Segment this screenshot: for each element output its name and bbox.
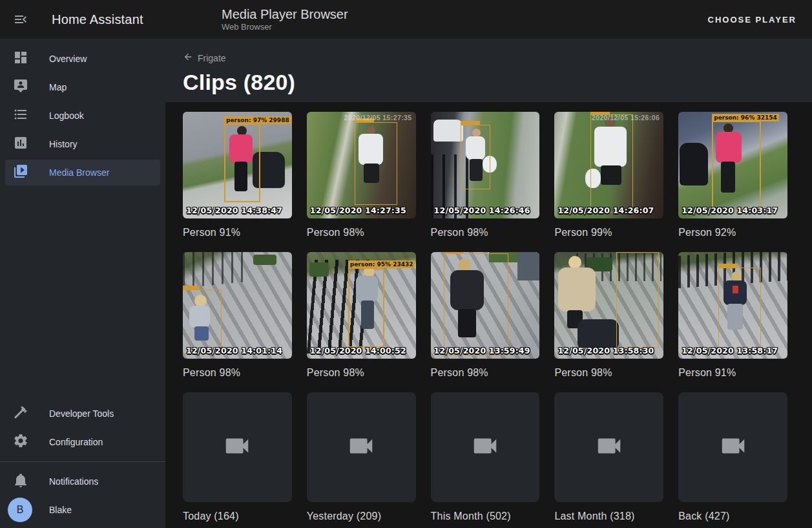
play-box-multiple-icon [13, 164, 28, 182]
sidebar-item-logbook[interactable]: Logbook [5, 103, 160, 129]
detection-label: person: 96% 32154 [712, 114, 779, 121]
menu-open-icon [13, 19, 28, 29]
breadcrumb[interactable]: Frigate [183, 52, 226, 64]
video-camera-icon [594, 431, 624, 463]
camera-timestamp-overlay: 2020/12/05 15:27:35 [344, 114, 411, 121]
media-grid: person: 97% 29988 12/05/2020 14:38:47 Pe… [183, 112, 787, 522]
clip-caption: Person 98% [431, 227, 540, 238]
timestamp-overlay: 12/05/2020 13:58:30 [557, 346, 654, 355]
folder-caption: This Month (502) [431, 511, 540, 522]
clip-thumbnail[interactable]: 12/05/2020 14:01:14 [183, 252, 292, 359]
video-camera-icon [718, 431, 748, 463]
sidebar-item-label: Logbook [49, 111, 84, 121]
folder-caption: Today (164) [183, 511, 292, 522]
avatar: B [8, 498, 32, 522]
section-title: Clips (820) [183, 70, 812, 95]
timestamp-overlay: 12/05/2020 14:38:47 [186, 206, 282, 215]
folder-tile-yesterday[interactable] [307, 392, 416, 502]
timestamp-overlay: 12/05/2020 14:03:17 [682, 206, 778, 215]
detection-bbox [590, 114, 633, 213]
sidebar-item-label: History [49, 139, 78, 149]
app-title: Home Assistant [52, 12, 143, 27]
media-grid-area: person: 97% 29988 12/05/2020 14:38:47 Pe… [165, 102, 812, 528]
stroller-shape [680, 143, 708, 185]
gear-icon [13, 433, 28, 451]
content-header: Frigate Clips (820) [165, 39, 812, 102]
list-bulleted-icon [13, 107, 28, 125]
sidebar-item-label: Notifications [49, 476, 98, 487]
clip-item: 2020/12/05 15:27:35 12/05/2020 14:27:35 … [307, 112, 416, 238]
folder-item: This Month (502) [431, 392, 540, 522]
tooltip-account-icon [13, 78, 28, 96]
sidebar: Home Assistant Overview Map Logbook Hist… [0, 0, 165, 528]
clip-caption: Person 91% [183, 227, 292, 238]
sidebar-toggle-button[interactable] [13, 12, 28, 27]
sidebar-item-notifications[interactable]: Notifications [5, 469, 160, 494]
sidebar-item-label: Media Browser [49, 167, 109, 178]
clip-item: 12/05/2020 13:59:49 Person 98% [431, 252, 540, 379]
clip-item: person: 95% 23432 12/05/2020 14:00:52 Pe… [307, 252, 416, 379]
clip-caption: Person 98% [431, 367, 540, 379]
clip-thumbnail[interactable]: 2020/12/05 15:27:35 12/05/2020 14:27:35 [307, 112, 416, 218]
detection-bbox [183, 290, 222, 354]
sidebar-item-label: Map [49, 82, 67, 92]
clip-item: 12/05/2020 13:58:17 Person 91% [678, 252, 787, 379]
sidebar-item-media-browser[interactable]: Media Browser [5, 160, 160, 185]
car-shape [433, 120, 463, 142]
page-subtitle: Web Browser [222, 22, 348, 32]
detection-bbox: person: 96% 32154 [712, 121, 761, 210]
choose-player-button[interactable]: CHOOSE PLAYER [703, 10, 802, 30]
clip-caption: Person 98% [554, 367, 663, 379]
sidebar-nav: Overview Map Logbook History Media Brows… [0, 39, 165, 188]
home-assistant-app: Home Assistant Overview Map Logbook Hist… [0, 0, 812, 528]
clip-thumbnail[interactable]: 12/05/2020 13:58:30 [554, 252, 663, 359]
clip-caption: Person 98% [307, 367, 416, 379]
timestamp-overlay: 12/05/2020 13:59:49 [434, 346, 530, 355]
sidebar-item-history[interactable]: History [5, 131, 160, 157]
clip-caption: Person 92% [678, 227, 787, 238]
clip-thumbnail[interactable]: 12/05/2020 13:59:49 [431, 252, 540, 359]
clip-thumbnail[interactable]: 2020/12/05 15:26:06 12/05/2020 14:26:07 [554, 112, 663, 218]
sidebar-item-overview[interactable]: Overview [5, 46, 160, 72]
folder-item: Today (164) [183, 392, 292, 522]
road-shape [517, 252, 539, 280]
sidebar-item-profile[interactable]: B Blake [5, 497, 160, 523]
clip-thumbnail[interactable]: 12/05/2020 13:58:17 [678, 252, 787, 359]
clip-caption: Person 91% [678, 367, 787, 379]
clip-item: person: 97% 29988 12/05/2020 14:38:47 Pe… [183, 112, 292, 238]
sidebar-header: Home Assistant [0, 0, 165, 39]
folder-caption: Last Month (318) [554, 511, 663, 522]
video-camera-icon [470, 431, 500, 463]
sidebar-bottom: Developer Tools Configuration Notificati… [0, 398, 165, 528]
app-bar: Media Player Browser Web Browser CHOOSE … [165, 0, 812, 39]
folder-tile-today[interactable] [183, 392, 292, 502]
stroller-shape [578, 319, 619, 348]
folder-item: Last Month (318) [554, 392, 663, 522]
toy-shape [309, 262, 329, 277]
person-figure-part [558, 268, 596, 312]
railing-shape [183, 252, 251, 288]
sidebar-item-configuration[interactable]: Configuration [5, 429, 160, 455]
clip-thumbnail[interactable]: person: 97% 29988 12/05/2020 14:38:47 [183, 112, 292, 218]
folder-tile-this-month[interactable] [431, 392, 540, 502]
user-name: Blake [49, 505, 72, 515]
clip-item: 12/05/2020 13:58:30 Person 98% [554, 252, 663, 379]
timestamp-overlay: 12/05/2020 14:26:46 [434, 206, 530, 215]
detection-bbox [718, 268, 761, 349]
clip-thumbnail[interactable]: 12/05/2020 14:26:46 [431, 112, 540, 218]
folder-tile-last-month[interactable] [554, 392, 663, 502]
clip-thumbnail[interactable]: person: 96% 32154 12/05/2020 14:03:17 [678, 112, 787, 218]
timestamp-overlay: 12/05/2020 14:01:14 [186, 346, 282, 355]
toy-shape [253, 255, 276, 265]
detection-bbox: person: 97% 29988 [224, 123, 260, 202]
sidebar-item-label: Overview [49, 54, 87, 64]
folder-tile-back[interactable] [678, 392, 787, 502]
clip-item: person: 96% 32154 12/05/2020 14:03:17 Pe… [678, 112, 787, 238]
sidebar-item-developer-tools[interactable]: Developer Tools [5, 401, 160, 427]
arrow-left-icon [183, 52, 193, 64]
sidebar-item-map[interactable]: Map [5, 74, 160, 100]
clip-thumbnail[interactable]: person: 95% 23432 12/05/2020 14:00:52 [307, 252, 416, 359]
folder-item: Back (427) [678, 392, 787, 522]
chart-box-icon [13, 135, 28, 153]
timestamp-overlay: 12/05/2020 13:58:17 [682, 346, 778, 355]
